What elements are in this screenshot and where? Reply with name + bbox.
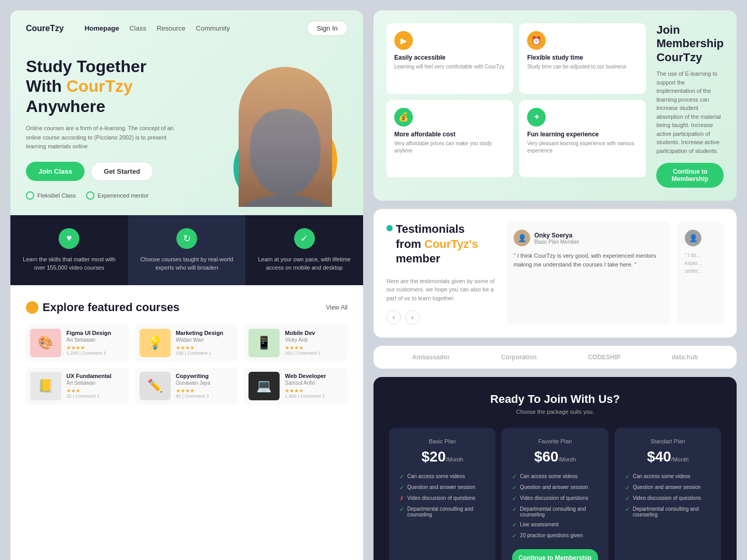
continue-membership-button[interactable]: Continue to Membership bbox=[656, 163, 724, 188]
plan-feature: ✓ Departmental consulting and counseling bbox=[399, 504, 485, 520]
badge-dot-2 bbox=[86, 191, 94, 200]
course-card-2[interactable]: 📱 Mobile Dev Vicky Ardi ★★★★ 200 | Comme… bbox=[244, 325, 348, 361]
mem-feat-desc-0: Learning will feel very comfortable with… bbox=[394, 63, 505, 71]
plan-feature: ✓ Departmental consulting and counseling bbox=[512, 504, 598, 520]
course-thumb-2: 📱 bbox=[248, 329, 280, 357]
course-card-0[interactable]: 🎨 Figma UI Design Ari Setiawan ★★★★ 1,20… bbox=[26, 325, 129, 361]
course-name-2: Mobile Dev bbox=[285, 330, 343, 336]
check-icon: ✓ bbox=[512, 522, 517, 528]
reviewer-name-1: Onky Soerya bbox=[534, 232, 579, 239]
membership-text: Join Membership CourTzy The use of E-lea… bbox=[656, 23, 724, 155]
plan-feature: ✓ Question and answer session bbox=[512, 482, 598, 493]
plan-feature: ✓ Departmental consulting and counseling bbox=[625, 504, 711, 520]
avatar-2: 👤 bbox=[685, 230, 701, 246]
membership-features: ▶ Easily accessible Learning will feel v… bbox=[386, 23, 646, 177]
course-stars-4: ★★★★ bbox=[176, 388, 234, 394]
partner-logo-1: Corporation bbox=[501, 354, 537, 361]
course-card-1[interactable]: 💡 Marketing Design Wildan Wari ★★★★ 100 … bbox=[135, 325, 239, 361]
badge-mentor: Experienced mentor bbox=[86, 191, 148, 200]
plan-feature: ✓ Video discussion of questions bbox=[625, 493, 711, 504]
check-icon: ✓ bbox=[399, 473, 404, 480]
course-stars-0: ★★★★ bbox=[66, 345, 125, 351]
reviewer-2: 👤 bbox=[685, 230, 716, 246]
hero-section: CoureTzy Homepage Class Resource Communi… bbox=[10, 10, 363, 285]
course-stars-3: ★★★ bbox=[66, 388, 125, 394]
review-text-1: " I think CourTzy is very good, with exp… bbox=[514, 251, 663, 269]
plan-features-0: ✓ Can access some videos ✓ Question and … bbox=[399, 471, 485, 520]
testimonial-nav: ‹ › bbox=[386, 310, 495, 325]
reviewer-1: 👤 Onky Soerya Basic Plan Member bbox=[514, 230, 663, 246]
testimonial-header: Testimonials from CourTyz's member Here … bbox=[386, 222, 724, 325]
sign-in-button[interactable]: Sign In bbox=[307, 21, 348, 36]
review-text-2: “ I thi... exper... under... bbox=[685, 251, 716, 275]
reviewer-role-1: Basic Plan Member bbox=[534, 239, 579, 245]
avatar-1: 👤 bbox=[514, 230, 530, 246]
plan-feature: ✓ 20 practice questions given bbox=[512, 530, 598, 541]
course-author-5: Samsul Arifin bbox=[285, 380, 343, 386]
mem-feat-title-0: Easily accessible bbox=[394, 54, 505, 61]
course-thumb-4: ✏️ bbox=[140, 372, 171, 400]
feature-text-1: Learn the skills that matter most with o… bbox=[21, 255, 118, 272]
check-icon: ✓ bbox=[625, 495, 630, 502]
get-started-button[interactable]: Get Started bbox=[91, 162, 153, 181]
mem-icon-1: ⏰ bbox=[527, 31, 546, 50]
mem-feat-title-1: Flexible study time bbox=[527, 54, 638, 61]
mem-feature-1: ⏰ Flexible study time Study time can be … bbox=[519, 23, 646, 94]
check-icon: ✓ bbox=[625, 484, 630, 491]
pricing-btn-1[interactable]: Continue to Membership bbox=[512, 549, 598, 560]
feature-cards: ♥ Learn the skills that matter most with… bbox=[10, 215, 363, 285]
feature-text-3: Learn at your own pace, with lifetime ac… bbox=[256, 255, 353, 272]
course-name-3: UX Fundamental bbox=[66, 373, 125, 379]
mem-feat-desc-3: Very pleasant learning experience with v… bbox=[527, 140, 638, 155]
mem-feature-2: 💰 More affordable cost Very affordable p… bbox=[386, 100, 513, 178]
mem-icon-0: ▶ bbox=[394, 31, 413, 50]
check-icon: ✓ bbox=[512, 473, 517, 480]
next-arrow[interactable]: › bbox=[405, 310, 420, 325]
mem-feat-desc-1: Study time can be adjusted to our busine… bbox=[527, 63, 638, 71]
logo: CoureTzy bbox=[26, 24, 64, 33]
nav-homepage[interactable]: Homepage bbox=[85, 24, 119, 32]
prev-arrow[interactable]: ‹ bbox=[386, 310, 401, 325]
plan-feature: ✓ Video discussion of questions bbox=[512, 493, 598, 504]
hero-image: 👤 bbox=[233, 51, 348, 217]
testimonial-subtitle: Here are the testimonials given by some … bbox=[386, 277, 495, 303]
course-card-4[interactable]: ✏️ Copywriting Gunawan Jaya ★★★★ 80 | Co… bbox=[135, 368, 239, 404]
course-info-3: UX Fundamental Ari Setiawan ★★★ 32 | Com… bbox=[66, 373, 125, 399]
plan-name-0: Basic Plan bbox=[399, 438, 485, 444]
nav-community[interactable]: Community bbox=[196, 24, 230, 32]
course-author-2: Vicky Ardi bbox=[285, 337, 343, 343]
plan-feature: ✓ Live assessment bbox=[512, 520, 598, 530]
left-panel: CoureTzy Homepage Class Resource Communi… bbox=[10, 10, 363, 560]
pricing-cards: Basic Plan $20/Month ✓ Can access some v… bbox=[389, 428, 721, 560]
plan-price-0: $20/Month bbox=[399, 449, 485, 465]
join-class-button[interactable]: Join Class bbox=[26, 162, 85, 181]
course-card-5[interactable]: 💻 Web Developer Samsul Arifin ★★★★ 1,800… bbox=[244, 368, 348, 404]
membership-desc: The use of E-learning to support the imp… bbox=[656, 69, 724, 155]
plan-feature: ✓ Question and answer session bbox=[625, 482, 711, 493]
testimonial-card-2: 👤 “ I thi... exper... under... bbox=[677, 222, 724, 325]
view-all-link[interactable]: View All bbox=[326, 304, 348, 311]
course-thumb-0: 🎨 bbox=[30, 329, 61, 357]
course-name-1: Marketing Design bbox=[176, 330, 234, 336]
nav-class[interactable]: Class bbox=[129, 24, 146, 32]
check-icon: ✓ bbox=[512, 484, 517, 491]
pricing-section: Ready To Join With Us? Choose the packag… bbox=[374, 377, 737, 560]
course-author-1: Wildan Wari bbox=[176, 337, 234, 343]
partner-logo-3: data:hub bbox=[672, 354, 698, 361]
price-card-0: Basic Plan $20/Month ✓ Can access some v… bbox=[389, 428, 495, 560]
course-card-3[interactable]: 📒 UX Fundamental Ari Setiawan ★★★ 32 | C… bbox=[26, 368, 129, 404]
course-meta-5: 1,800 | Comment 3 bbox=[285, 394, 343, 399]
membership-title: Join Membership CourTzy bbox=[656, 23, 724, 64]
badge-dot bbox=[26, 191, 34, 200]
join-membership-section: ▶ Easily accessible Learning will feel v… bbox=[374, 10, 737, 201]
check-icon: ✓ bbox=[294, 228, 315, 249]
nav-resource[interactable]: Resource bbox=[157, 24, 186, 32]
testimonials-section: Testimonials from CourTyz's member Here … bbox=[374, 209, 737, 338]
plan-name-1: Favorite Plan bbox=[512, 438, 598, 444]
testimonial-left: Testimonials from CourTyz's member Here … bbox=[386, 222, 495, 325]
partner-logo-2: CODESHIP bbox=[588, 354, 620, 361]
mem-feat-title-2: More affordable cost bbox=[394, 131, 505, 138]
course-meta-2: 200 | Comment 1 bbox=[285, 351, 343, 356]
testimonial-cards: 👤 Onky Soerya Basic Plan Member " I thin… bbox=[506, 222, 724, 325]
nav-links: Homepage Class Resource Community bbox=[85, 24, 297, 32]
